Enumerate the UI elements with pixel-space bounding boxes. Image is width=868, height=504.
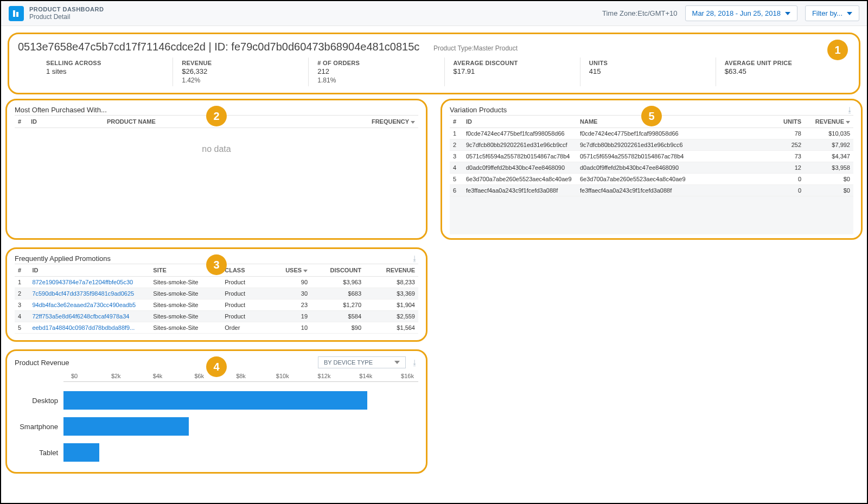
col-frequency[interactable]: FREQUENCY bbox=[269, 116, 418, 128]
col-name[interactable]: NAME bbox=[577, 116, 761, 128]
table-row[interactable]: 27c590db4cf47dd3735f98481c9ad0625Sites-s… bbox=[15, 288, 418, 299]
col-id[interactable]: ID bbox=[28, 116, 104, 128]
table-row[interactable]: 1872e190943784e7a7e1204ffbfe05c30Sites-s… bbox=[15, 277, 418, 288]
date-range-button[interactable]: Mar 28, 2018 - Jun 25, 2018 bbox=[685, 5, 797, 21]
metric-selling-across: SELLING ACROSS 1 sites bbox=[37, 58, 173, 86]
table-row[interactable]: 5eebd17a48840c0987dd78bdbda88f9...Sites-… bbox=[15, 322, 418, 334]
product-hash: 0513e7658e47c5b7cd17f71146cdce2d bbox=[18, 41, 206, 53]
header: PRODUCT DASHBOARD Product Detail Time Zo… bbox=[1, 1, 867, 26]
col-units[interactable]: UNITS bbox=[761, 116, 805, 128]
product-type: Product Type:Master Product bbox=[433, 44, 518, 52]
header-subtitle: Product Detail bbox=[29, 13, 104, 21]
metric-units: UNITS 415 bbox=[580, 58, 716, 86]
svg-rect-0 bbox=[13, 10, 15, 17]
tick-label: $10k bbox=[272, 373, 293, 379]
variation-products-panel: 5 Variation Products ⭳ # ID NAME UNITS R… bbox=[441, 99, 863, 240]
variation-products-table: # ID NAME UNITS REVENUE 1f0cde7424ec4775… bbox=[450, 115, 853, 196]
promotion-link[interactable]: 94db4fac3e62eaaed2a730cc490eadb5 bbox=[29, 299, 150, 311]
promotion-link[interactable]: eebd17a48840c0987dd78bdbda88f9... bbox=[29, 322, 150, 334]
annotation-badge-3: 3 bbox=[206, 254, 227, 275]
no-data-message: no data bbox=[15, 128, 418, 230]
chart-area: $0$2k$4k$6k$8k$10k$12k$14k$16k DesktopSm… bbox=[15, 373, 418, 465]
bar bbox=[63, 443, 99, 462]
header-title: PRODUCT DASHBOARD bbox=[29, 6, 104, 13]
col-discount[interactable]: DISCOUNT bbox=[311, 264, 365, 277]
tick-label: $2k bbox=[105, 373, 127, 379]
summary-panel: 1 0513e7658e47c5b7cd17f71146cdce2d | ID:… bbox=[8, 33, 860, 94]
chart-dimension-select[interactable]: BY DEVICE TYPE bbox=[318, 356, 406, 368]
promotion-link[interactable]: 72ff753a5e8d64f6248cfbcaf4978a34 bbox=[29, 311, 150, 322]
dashboard-icon bbox=[9, 6, 24, 21]
tick-label: $12k bbox=[314, 373, 335, 379]
filter-text: Filter by... bbox=[812, 9, 843, 17]
separator: | bbox=[208, 41, 214, 53]
col-revenue[interactable]: REVENUE bbox=[805, 116, 853, 128]
table-row[interactable]: 30571c5f6594a255782b0154867ac78b40571c5f… bbox=[450, 151, 853, 162]
promotion-link[interactable]: 7c590db4cf47dd3735f98481c9ad0625 bbox=[29, 288, 150, 299]
tick-label: $6k bbox=[188, 373, 210, 379]
tick-label: $4k bbox=[147, 373, 169, 379]
bar-row: Desktop bbox=[63, 387, 418, 413]
product-id: fe79c0d7b0d60473b68904e481c0815c bbox=[231, 41, 419, 53]
col-num[interactable]: # bbox=[15, 116, 28, 128]
bar-row: Smartphone bbox=[63, 413, 418, 439]
col-revenue[interactable]: REVENUE bbox=[365, 264, 418, 277]
col-num[interactable]: # bbox=[15, 264, 29, 277]
col-id[interactable]: ID bbox=[29, 264, 150, 277]
bar bbox=[63, 391, 367, 410]
col-class[interactable]: CLASS bbox=[221, 264, 269, 277]
download-icon[interactable]: ⭳ bbox=[846, 106, 853, 114]
promotion-link[interactable]: 872e190943784e7a7e1204ffbfe05c30 bbox=[29, 277, 150, 288]
bar-label: Smartphone bbox=[15, 423, 63, 431]
col-name[interactable]: PRODUCT NAME bbox=[104, 116, 269, 128]
table-row[interactable]: 472ff753a5e8d64f6248cfbcaf4978a34Sites-s… bbox=[15, 311, 418, 322]
table-row[interactable]: 4d0adc0f9ffefd2bb430bc47ee8468090d0adc0f… bbox=[450, 162, 853, 174]
caret-down-icon bbox=[847, 12, 852, 15]
annotation-badge-5: 5 bbox=[641, 106, 662, 126]
bar-label: Tablet bbox=[15, 449, 63, 457]
x-axis-ticks: $0$2k$4k$6k$8k$10k$12k$14k$16k bbox=[63, 373, 418, 382]
sort-caret-icon bbox=[411, 121, 415, 124]
col-uses[interactable]: USES bbox=[269, 264, 311, 277]
product-id-label: ID: bbox=[214, 41, 228, 53]
tick-label: $14k bbox=[355, 373, 376, 379]
tick-label: $0 bbox=[63, 373, 85, 379]
table-row[interactable]: 56e3d700a7abe260e5523aec4a8c40ae96e3d700… bbox=[450, 174, 853, 185]
col-num[interactable]: # bbox=[450, 116, 463, 128]
header-right: Time Zone:Etc/GMT+10 Mar 28, 2018 - Jun … bbox=[602, 5, 859, 21]
bar-label: Desktop bbox=[15, 397, 63, 405]
caret-down-icon bbox=[785, 12, 790, 15]
table-row[interactable]: 6fe3ffaecf4aa0a243c9f1fcefd3a088ffe3ffae… bbox=[450, 185, 853, 196]
header-titles: PRODUCT DASHBOARD Product Detail bbox=[29, 6, 104, 21]
sort-caret-icon bbox=[846, 121, 850, 124]
metric-revenue: REVENUE $26,332 1.42% bbox=[173, 58, 309, 86]
table-row[interactable]: 1f0cde7424ec4775bef1fcaf998058d66f0cde74… bbox=[450, 128, 853, 139]
date-range-text: Mar 28, 2018 - Jun 25, 2018 bbox=[692, 9, 781, 17]
sort-caret-icon bbox=[303, 270, 308, 272]
header-left: PRODUCT DASHBOARD Product Detail bbox=[9, 6, 104, 21]
col-id[interactable]: ID bbox=[463, 116, 577, 128]
purchased-with-panel: 2 Most Often Purchased With... # ID PROD… bbox=[5, 99, 427, 240]
tick-label: $16k bbox=[397, 373, 418, 379]
chart-bars: DesktopSmartphoneTablet bbox=[63, 387, 418, 465]
metric-orders: # OF ORDERS 212 1.81% bbox=[309, 58, 444, 86]
caret-down-icon bbox=[394, 361, 400, 364]
table-row[interactable]: 394db4fac3e62eaaed2a730cc490eadb5Sites-s… bbox=[15, 299, 418, 311]
product-id-line: 0513e7658e47c5b7cd17f71146cdce2d | ID: f… bbox=[18, 41, 851, 53]
promotions-panel: 3 Frequently Applied Promotions ⭳ # ID S… bbox=[5, 247, 427, 342]
svg-rect-1 bbox=[16, 12, 18, 17]
metric-row: SELLING ACROSS 1 sites REVENUE $26,332 1… bbox=[17, 58, 851, 86]
download-icon[interactable]: ⭳ bbox=[411, 359, 418, 367]
tick-label: $8k bbox=[230, 373, 252, 379]
product-revenue-panel: 4 Product Revenue BY DEVICE TYPE ⭳ $0$2k bbox=[5, 349, 427, 474]
table-empty-area bbox=[450, 196, 853, 234]
annotation-badge-1: 1 bbox=[827, 40, 848, 60]
download-icon[interactable]: ⭳ bbox=[411, 254, 418, 263]
table-row[interactable]: 29c7dfcb80bb29202261ed31e96cb9ccf9c7dfcb… bbox=[450, 139, 853, 151]
annotation-badge-2: 2 bbox=[206, 106, 227, 126]
timezone-label: Time Zone:Etc/GMT+10 bbox=[602, 9, 678, 17]
metric-avg-discount: AVERAGE DISCOUNT $17.91 bbox=[445, 58, 580, 86]
bar-row: Tablet bbox=[63, 439, 418, 465]
metric-avg-unit-price: AVERAGE UNIT PRICE $63.45 bbox=[716, 58, 851, 86]
filter-button[interactable]: Filter by... bbox=[805, 5, 859, 21]
